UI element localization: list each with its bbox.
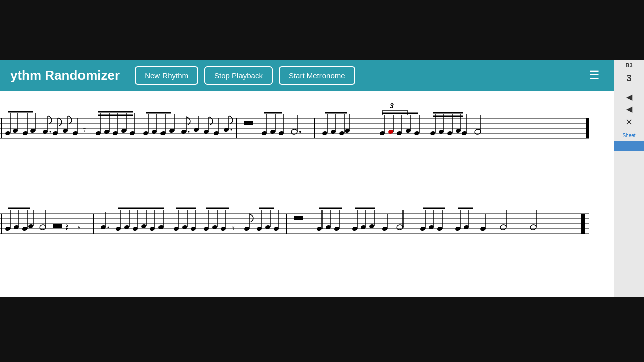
svg-point-197: [437, 226, 443, 231]
svg-text:𝄾: 𝄾: [78, 226, 80, 230]
svg-point-63: [270, 129, 276, 134]
svg-point-132: [100, 225, 106, 230]
svg-point-48: [188, 131, 190, 133]
svg-point-44: [169, 128, 175, 133]
black-bar-bottom: [0, 297, 644, 362]
panel-arrow-left2-button[interactable]: ◀: [621, 103, 637, 115]
svg-point-17: [50, 131, 51, 133]
svg-rect-59: [244, 121, 253, 125]
svg-point-42: [160, 131, 166, 136]
svg-point-118: [5, 226, 11, 231]
svg-point-31: [112, 131, 118, 136]
svg-rect-128: [53, 224, 62, 228]
svg-point-136: [115, 226, 121, 231]
notation-row-2: 𝄽 𝄾: [0, 191, 614, 251]
svg-point-149: [173, 226, 179, 231]
svg-point-35: [129, 131, 135, 136]
new-rhythm-button[interactable]: New Rhythm: [135, 66, 198, 85]
svg-point-78: [344, 128, 350, 133]
svg-point-204: [480, 226, 486, 231]
svg-point-18: [52, 131, 58, 136]
svg-point-89: [396, 131, 403, 136]
svg-point-142: [141, 224, 147, 229]
panel-number: 3: [626, 73, 631, 84]
svg-point-11: [22, 131, 28, 136]
svg-point-126: [39, 224, 46, 231]
svg-point-51: [203, 129, 209, 134]
svg-point-53: [213, 131, 219, 136]
panel-close-button[interactable]: ✕: [623, 115, 635, 130]
svg-point-206: [500, 224, 507, 231]
black-bar-top: [0, 0, 644, 60]
svg-point-65: [278, 131, 284, 136]
notation-area: 𝄾: [0, 90, 614, 297]
svg-point-57: [231, 129, 232, 131]
svg-point-33: [121, 128, 127, 133]
svg-point-144: [149, 226, 155, 231]
svg-point-184: [360, 225, 366, 230]
svg-point-202: [463, 225, 469, 230]
svg-point-27: [95, 131, 101, 136]
svg-point-195: [428, 225, 434, 230]
svg-point-76: [339, 131, 345, 136]
svg-point-20: [62, 128, 68, 133]
svg-point-134: [108, 227, 109, 228]
toolbar: ythm Randomizer New Rhythm Stop Playback…: [0, 60, 614, 90]
hamburger-icon: ☰: [589, 68, 600, 82]
svg-point-179: [334, 226, 340, 231]
panel-blue-bar: [614, 141, 644, 151]
svg-point-49: [193, 127, 199, 132]
svg-point-91: [405, 128, 411, 133]
svg-point-107: [474, 129, 481, 135]
svg-point-146: [158, 225, 164, 230]
svg-point-40: [151, 129, 157, 134]
svg-point-105: [461, 131, 467, 136]
svg-point-55: [223, 127, 229, 132]
start-metronome-button[interactable]: Start Metronome: [279, 66, 355, 85]
svg-point-166: [256, 226, 262, 231]
svg-point-69: [299, 131, 301, 133]
svg-point-72: [321, 131, 328, 136]
svg-point-74: [330, 129, 336, 134]
svg-point-177: [325, 225, 331, 230]
svg-point-61: [261, 131, 267, 136]
svg-point-163: [244, 226, 250, 231]
svg-point-124: [28, 224, 34, 229]
svg-rect-173: [294, 216, 303, 220]
panel-sheet-label[interactable]: Sheet: [621, 132, 636, 139]
svg-text:3: 3: [390, 102, 394, 110]
svg-point-122: [22, 226, 28, 231]
svg-point-85: [379, 131, 385, 136]
svg-point-188: [382, 226, 388, 231]
panel-b3-label: B3: [625, 62, 632, 68]
svg-point-140: [132, 226, 138, 231]
svg-point-168: [265, 225, 271, 230]
svg-point-170: [273, 226, 279, 231]
svg-point-190: [396, 224, 404, 231]
svg-point-22: [72, 131, 78, 136]
svg-point-97: [430, 131, 436, 136]
hamburger-menu-button[interactable]: ☰: [585, 66, 604, 84]
right-panel: B3 3 ◀ ◀ ✕ Sheet: [614, 60, 644, 297]
stop-playback-button[interactable]: Stop Playback: [204, 66, 273, 85]
panel-divider: [614, 87, 644, 87]
svg-point-29: [104, 129, 110, 134]
svg-point-15: [42, 129, 48, 134]
svg-text:𝄽: 𝄽: [66, 224, 68, 231]
svg-point-153: [190, 226, 196, 231]
svg-point-99: [438, 129, 444, 134]
app-title: ythm Randomizer: [10, 68, 120, 83]
svg-point-208: [530, 224, 537, 231]
svg-point-175: [316, 226, 323, 231]
svg-point-200: [455, 226, 461, 231]
svg-point-87: [388, 129, 394, 134]
svg-point-9: [12, 128, 18, 133]
svg-point-160: [220, 226, 226, 231]
toolbar-btn-group: New Rhythm Stop Playback Start Metronome: [135, 66, 355, 85]
svg-point-93: [414, 131, 420, 136]
panel-arrow-left-button[interactable]: ◀: [621, 90, 637, 103]
svg-point-7: [5, 131, 11, 136]
svg-point-151: [182, 225, 188, 230]
svg-point-138: [124, 225, 130, 230]
svg-text:𝄾: 𝄾: [232, 226, 235, 230]
